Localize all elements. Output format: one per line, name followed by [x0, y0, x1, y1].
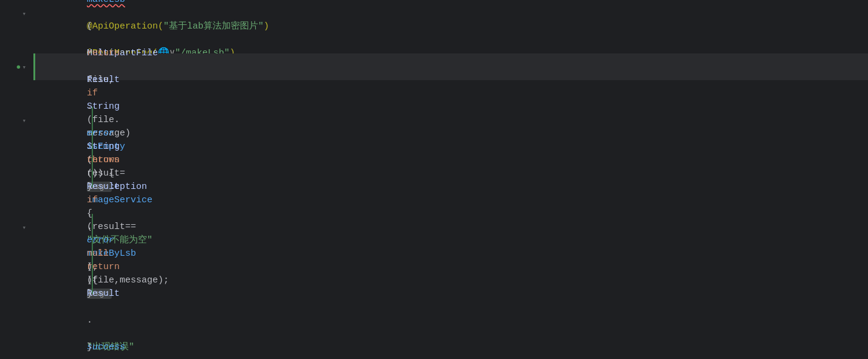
line-number-gutter: ▾ ● ▾ ▾ ▾ — [0, 0, 33, 359]
gutter-line-1: ▾ — [22, 0, 29, 27]
fold-arrow-3[interactable]: ▾ — [22, 63, 26, 71]
code-content: @ApiOperation("基于lab算法加密图片") @PostMappin… — [33, 0, 868, 359]
fold-arrow-1[interactable]: ▾ — [22, 10, 26, 18]
fold-arrow-5[interactable]: ▾ — [22, 117, 26, 125]
gutter-line-9: ▾ — [22, 214, 29, 241]
fold-arrow-9[interactable]: ▾ — [22, 224, 26, 231]
code-editor: ▾ ● ▾ ▾ ▾ @ApiOperation("基于lab算法加密图片") — [0, 0, 868, 359]
gutter-line-3: ● ▾ — [16, 53, 29, 80]
code-line-12: return Result . success (result); — [33, 294, 868, 321]
gutter-line-5: ▾ — [22, 107, 29, 134]
active-indicator: ● — [16, 63, 21, 72]
code-line-13: } — [33, 321, 868, 347]
